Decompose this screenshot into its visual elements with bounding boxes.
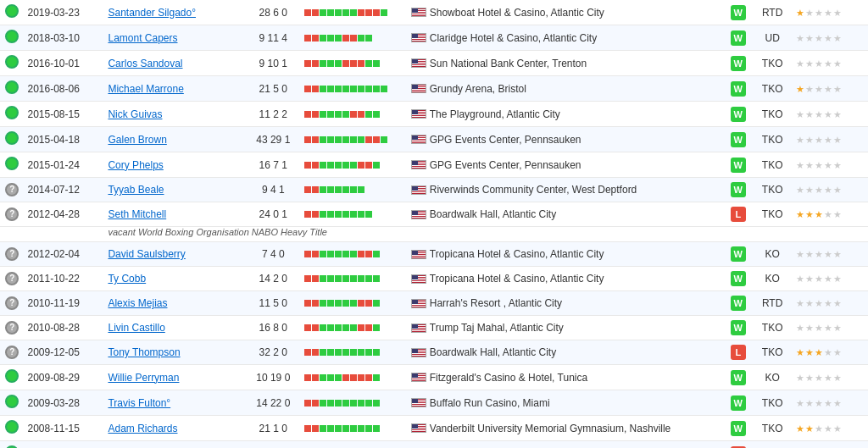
location-cell: Grundy Arena, Bristol [408, 76, 724, 102]
opponent-cell[interactable]: Willie Perryman [104, 365, 245, 390]
bars-cell [301, 291, 408, 316]
opponent-cell[interactable]: Carlos Sandoval [104, 51, 245, 76]
stars-cell: ★★★★★ [793, 102, 868, 127]
method-cell: KO [752, 267, 792, 291]
status-cell: ? [0, 340, 24, 365]
location-cell: Harrah's Resort , Atlantic City [408, 291, 724, 316]
opponent-link[interactable]: Galen Brown [108, 134, 166, 146]
result-badge: W [731, 5, 746, 20]
location-cell: FedEx Forum, Memphis [408, 441, 724, 449]
status-verified-icon [5, 4, 19, 18]
bars-cell [301, 202, 408, 227]
opponent-link[interactable]: Willie Perryman [108, 372, 179, 384]
record-cell: 11 2 2 [246, 102, 301, 127]
opponent-cell[interactable]: Adam Richards [104, 416, 245, 441]
bars-cell [301, 242, 408, 267]
result-badge: W [731, 246, 746, 262]
opponent-cell[interactable]: Travis Fulton° [104, 390, 245, 416]
location-text: Showboat Hotel & Casino, Atlantic City [430, 7, 604, 19]
stars-cell: ★★★★★ [793, 76, 868, 102]
opponent-link[interactable]: Cory Phelps [108, 159, 163, 171]
method-cell: KO [752, 242, 792, 267]
opponent-link[interactable]: Alexis Mejias [108, 297, 167, 309]
location-text: Boardwalk Hall, Atlantic City [430, 208, 556, 220]
location-text: Trump Taj Mahal, Atlantic City [430, 322, 564, 334]
bars-cell [301, 390, 408, 416]
opponent-cell[interactable]: Lamont Capers [104, 25, 245, 51]
location-text: Harrah's Resort , Atlantic City [430, 297, 562, 309]
opponent-cell[interactable]: Chris Arreola [104, 441, 245, 449]
status-cell [0, 102, 24, 127]
opponent-link[interactable]: Tony Thompson [108, 346, 180, 358]
opponent-cell[interactable]: Tyyab Beale [104, 178, 245, 202]
opponent-link[interactable]: Livin Castillo [108, 322, 164, 334]
status-verified-icon [5, 30, 19, 43]
method-cell: TKO [752, 76, 792, 102]
bars-cell [301, 340, 408, 365]
us-flag-icon [411, 250, 426, 259]
result-badge: W [731, 320, 746, 335]
opponent-link[interactable]: Nick Guivas [108, 108, 162, 120]
opponent-cell[interactable]: Galen Brown [104, 127, 245, 152]
opponent-link[interactable]: Santander Silgado° [108, 7, 196, 19]
table-row: ? 2011-10-22 Ty Cobb 14 2 0 Tropicana Ho… [0, 267, 868, 291]
status-verified-icon [5, 106, 19, 119]
opponent-cell[interactable]: Cory Phelps [104, 152, 245, 178]
location-cell: Riverwinds Community Center, West Deptfo… [408, 178, 724, 202]
date-cell: 2010-08-28 [24, 316, 104, 340]
location-cell: Tropicana Hotel & Casino, Atlantic City [408, 267, 724, 291]
table-row: 2016-10-01 Carlos Sandoval 9 10 1 Sun Na… [0, 51, 868, 76]
result-badge: W [731, 158, 746, 173]
location-text: Vanderbilt University Memorial Gymnasium… [430, 423, 671, 434]
opponent-cell[interactable]: Alexis Mejias [104, 291, 245, 316]
status-cell: ? [0, 242, 24, 267]
record-cell: 9 11 4 [246, 25, 301, 51]
opponent-cell[interactable]: Livin Castillo [104, 316, 245, 340]
opponent-cell[interactable]: Tony Thompson [104, 340, 245, 365]
table-row: 2015-04-18 Galen Brown 43 29 1 GPG Event… [0, 127, 868, 152]
opponent-cell[interactable]: Seth Mitchell [104, 202, 245, 227]
opponent-cell[interactable]: David Saulsberry [104, 242, 245, 267]
stars-cell: ★★★★★ [793, 127, 868, 152]
method-cell: UD [752, 25, 792, 51]
us-flag-icon [411, 84, 426, 93]
status-cell [0, 390, 24, 416]
status-verified-icon [5, 55, 19, 69]
us-flag-icon [411, 398, 426, 407]
result-badge: L [731, 207, 746, 222]
opponent-link[interactable]: David Saulsberry [108, 248, 185, 260]
status-verified-icon [5, 157, 19, 170]
date-cell: 2008-06-21 [24, 441, 104, 449]
opponent-cell[interactable]: Ty Cobb [104, 267, 245, 291]
stars-cell: ★★★★★ [793, 152, 868, 178]
location-text: GPG Events Center, Pennsauken [430, 134, 581, 146]
us-flag-icon [411, 348, 426, 357]
opponent-link[interactable]: Travis Fulton° [108, 397, 170, 409]
opponent-link[interactable]: Ty Cobb [108, 273, 146, 285]
result-cell: W [724, 267, 752, 291]
opponent-link[interactable]: Michael Marrone [108, 83, 183, 95]
opponent-cell[interactable]: Michael Marrone [104, 76, 245, 102]
location-cell: Boardwalk Hall, Atlantic City [408, 340, 724, 365]
location-cell: Trump Taj Mahal, Atlantic City [408, 316, 724, 340]
location-text: GPG Events Center, Pennsauken [430, 159, 581, 171]
us-flag-icon [411, 210, 426, 219]
record-cell: 16 7 1 [246, 152, 301, 178]
opponent-link[interactable]: Lamont Capers [108, 32, 177, 44]
result-badge: W [731, 370, 746, 385]
opponent-cell[interactable]: Santander Silgado° [104, 0, 245, 25]
opponent-link[interactable]: Seth Mitchell [108, 208, 166, 220]
status-cell: ? [0, 202, 24, 227]
opponent-link[interactable]: Tyyab Beale [108, 184, 164, 196]
opponent-cell[interactable]: Nick Guivas [104, 102, 245, 127]
bars-cell [301, 441, 408, 449]
location-text: Claridge Hotel & Casino, Atlantic City [430, 32, 597, 44]
opponent-link[interactable]: Adam Richards [108, 423, 177, 434]
result-cell: L [724, 202, 752, 227]
opponent-link[interactable]: Carlos Sandoval [108, 58, 182, 69]
record-cell: 9 10 1 [246, 51, 301, 76]
status-verified-icon [5, 131, 19, 145]
date-cell: 2009-08-29 [24, 365, 104, 390]
bars-cell [301, 102, 408, 127]
record-cell: 11 5 0 [246, 291, 301, 316]
